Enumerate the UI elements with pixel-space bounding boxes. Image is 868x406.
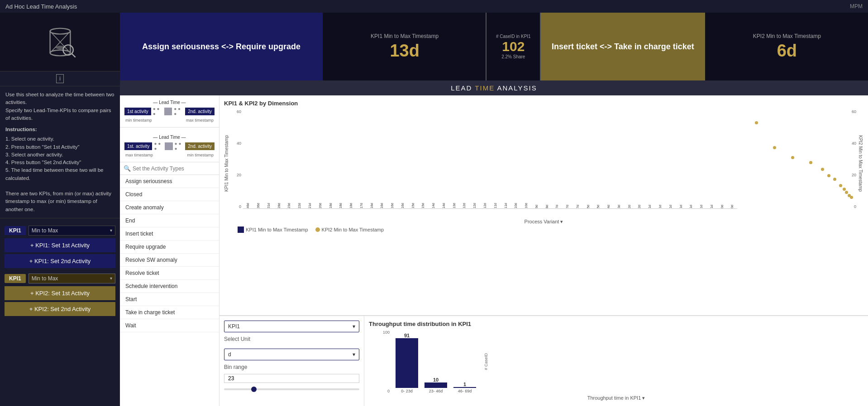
flow-row-1: 1st activity ● ● ● ● ● ● 2nd. activity: [124, 106, 215, 116]
list-item[interactable]: Take in charge ticket: [120, 306, 219, 319]
throughput-bar-2: 10 23- 46d: [422, 330, 449, 393]
unit-select-dropdown[interactable]: d ▾: [224, 349, 359, 360]
kpi1-timestamp-label: KPI1 Min to Max Timestamp: [371, 33, 439, 39]
list-item[interactable]: Insert ticket: [120, 227, 219, 241]
flow-max-ts: max timestamp: [186, 118, 214, 123]
lead-time-header: LEAD TIME ANALYSIS: [120, 80, 868, 95]
process-variant-label[interactable]: Process Variant ▾: [224, 219, 863, 225]
kpi2-value: 6d: [777, 41, 797, 61]
chevron-down-icon: ▾: [110, 228, 112, 233]
flow-2nd-activity: 2nd. activity: [185, 108, 215, 115]
kpi1-badge: KPI1: [5, 226, 26, 235]
kpi-select-dropdown[interactable]: KPI1 ▾: [224, 321, 359, 332]
step2: 2. Press button "Set 1st Activity": [5, 143, 114, 151]
step1: 1. Select one activity.: [5, 135, 114, 143]
list-item[interactable]: Require upgrade: [120, 241, 219, 254]
chevron-down-icon-kpi: ▾: [353, 323, 355, 330]
chevron-down-icon-2: ▾: [110, 276, 112, 281]
flow-gray-box-2: [165, 142, 173, 150]
flow-row-2: 1st. activity ● ● ● ● ● ● 2nd. activity: [124, 141, 215, 151]
kpi2-set2-button[interactable]: + KPI2: Set 2nd Activity: [5, 302, 115, 316]
charts-right: KPI1 & KPI2 by Dimension KPI1 Min to Max…: [219, 95, 868, 406]
info-button-row: i: [0, 71, 120, 86]
top-bar: Ad Hoc Lead Time Analysis MPM: [0, 0, 868, 13]
scatter-chart: KPI2 Min to Max Timestamp 60 40 20 0: [737, 109, 863, 218]
search-input[interactable]: [133, 165, 215, 172]
throughput-bar-blue-3: [453, 387, 476, 388]
top-cards: Assign seriousness <-> Require upgrade K…: [120, 13, 868, 80]
list-item[interactable]: Schedule intervention: [120, 280, 219, 293]
app-logo: MPM: [850, 3, 863, 9]
hourglass-icon: [42, 24, 78, 60]
kpi1-set2-button[interactable]: + KPI1: Set 2nd Activity: [5, 254, 115, 268]
scatter-dot: [773, 146, 776, 149]
list-item[interactable]: End: [120, 214, 219, 227]
chart-inner: KPI1 Min to Max Timestamp 60 40 20 0: [224, 109, 863, 218]
throughput-title: Throughput time distribution in KPI1: [369, 321, 863, 327]
flow-gray-box-1: [164, 108, 172, 115]
kpi1-dropdown[interactable]: Min to Max ▾: [29, 226, 115, 236]
svg-point-0: [50, 28, 70, 34]
flow-min-ts: min timestamp: [125, 118, 152, 123]
list-item[interactable]: Start: [120, 293, 219, 306]
scatter-dot: [845, 191, 848, 194]
list-item[interactable]: Resolve SW anomaly: [120, 254, 219, 267]
scatter-area: [737, 109, 857, 209]
sidebar-logo: [0, 13, 120, 71]
select-unit-label: Select Unit: [224, 336, 359, 342]
bar-chart: 60 40 20 0 46d36d31d28d23d22d21d20d18d18…: [231, 109, 737, 218]
kpi2-set1-button[interactable]: + KPI2: Set 1st Activity: [5, 286, 115, 300]
y2-axis-label: KPI2 Min to Max Timestamp: [857, 109, 863, 218]
flow-diagram-2: — Lead Time — 1st. activity ● ● ● ● ● ● …: [120, 130, 219, 162]
cases-value: 102: [502, 39, 525, 54]
list-item[interactable]: Create anomaly: [120, 201, 219, 214]
flow-min-ts-2: min timestamp: [187, 153, 214, 157]
chevron-down-icon-chart: ▾: [560, 219, 563, 224]
kpi2-badge: KPI1: [5, 274, 26, 283]
slider-thumb[interactable]: [251, 387, 257, 392]
info-button[interactable]: i: [56, 74, 64, 83]
flow-dots-1: ● ● ●: [153, 106, 162, 116]
svg-line-5: [72, 53, 75, 57]
throughput-bar-3: 1 46- 69d: [451, 330, 478, 393]
throughput-bar-blue-2: [424, 382, 447, 388]
kpi2-dropdown[interactable]: Min to Max ▾: [29, 274, 115, 283]
chevron-down-icon-throughput: ▾: [642, 395, 645, 401]
flow-1st-activity-2: 1st. activity: [124, 142, 152, 150]
list-item[interactable]: Closed: [120, 188, 219, 201]
cases-share: 2.2% Share: [501, 54, 525, 59]
flow-dots-2: ● ● ●: [174, 106, 183, 116]
flow-2nd-activity-2: 2nd. activity: [185, 142, 215, 150]
step3: 3. Select another activity.: [5, 151, 114, 159]
kpi-selector-panel: KPI1 ▾ Select Unit d ▾ Bin: [219, 316, 364, 406]
content-area: Assign seriousness <-> Require upgrade K…: [120, 13, 868, 406]
flow-max-ts-2: max timestamp: [125, 153, 153, 157]
scatter-dot: [827, 174, 830, 177]
kpi1-set1-button[interactable]: + KPI1: Set 1st Activity: [5, 238, 115, 252]
kpi2-label-row: KPI1 Min to Max ▾: [5, 274, 115, 283]
kpi1-label-row: KPI1 Min to Max ▾: [5, 226, 115, 236]
step4: 4. Press button "Set 2nd Activity": [5, 159, 114, 166]
activity-search[interactable]: 🔍: [120, 162, 219, 175]
throughput-x-dropdown[interactable]: Throughput time in KPI1 ▾: [369, 395, 863, 401]
throughput-y-label: # CaseID: [484, 353, 488, 370]
scatter-dot: [809, 161, 812, 164]
list-item[interactable]: Assign seriousness: [120, 175, 219, 188]
legend-kpi2-dot: [315, 227, 320, 232]
bin-value: 23: [224, 374, 359, 383]
search-icon: 🔍: [124, 165, 131, 172]
legend-kpi2: KPI2 Min to Max Timestamp: [315, 227, 384, 232]
description-text: Use this sheet to analyze the time betwe…: [5, 91, 114, 122]
sidebar: i Use this sheet to analyze the time bet…: [0, 13, 120, 406]
main-layout: i Use this sheet to analyze the time bet…: [0, 13, 868, 406]
list-item[interactable]: Resolve ticket: [120, 267, 219, 280]
charts-area: — Lead Time — 1st activity ● ● ● ● ● ● 2…: [120, 95, 868, 406]
kpi2-value-card: KPI2 Min to Max Timestamp 6d: [706, 13, 868, 80]
scatter-dot: [821, 168, 824, 171]
list-item[interactable]: Wait: [120, 319, 219, 332]
bin-slider[interactable]: [224, 388, 359, 390]
scatter-dot: [833, 178, 836, 181]
legend-kpi1: KPI1 Min to Max Timestamp: [238, 227, 308, 233]
chart-bottom: KPI1 ▾ Select Unit d ▾ Bin: [219, 316, 868, 406]
flow-dots-4: ● ● ●: [175, 141, 184, 151]
